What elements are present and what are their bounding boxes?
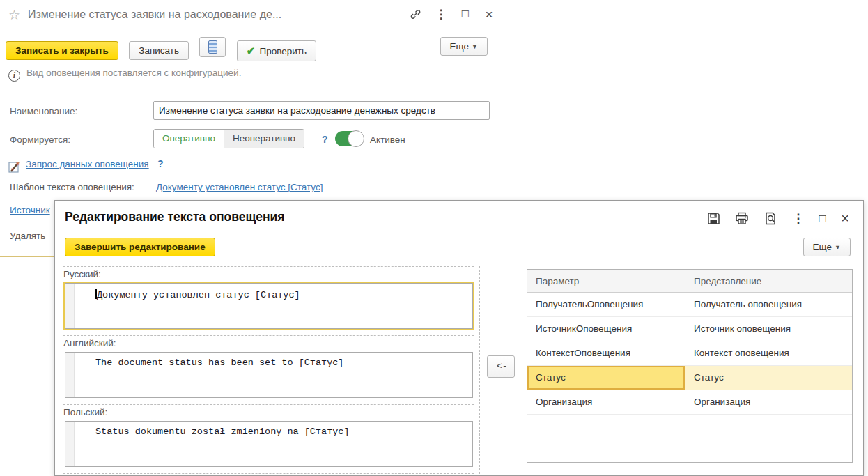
finish-editing-button[interactable]: Завершить редактирование xyxy=(65,238,215,256)
table-row[interactable]: КонтекстОповещения Контекст оповещения xyxy=(527,341,852,366)
table-row[interactable]: ПолучательОповещения Получатель оповещен… xyxy=(527,293,852,317)
dialog-close-icon[interactable]: × xyxy=(841,210,849,227)
dialog-maximize-icon[interactable]: □ xyxy=(819,212,826,226)
chevron-down-icon: ▼ xyxy=(835,244,841,251)
russian-text-editor[interactable]: Документу установлен статус [Статус] xyxy=(65,283,473,329)
template-label: Шаблон текста оповещения: xyxy=(10,182,134,192)
svg-text:✳: ✳ xyxy=(10,167,14,171)
save-button[interactable]: Записать xyxy=(129,41,189,60)
dialog-titlebar-icons: ⋮ □ × xyxy=(695,210,849,227)
info-banner: iВид оповещения поставляется с конфигура… xyxy=(8,68,241,82)
dialog-title: Редактирование текста оповещения xyxy=(65,210,284,224)
check-icon: ✔ xyxy=(247,45,256,56)
table-row-selected[interactable]: Статус Статус xyxy=(527,366,852,390)
english-text-editor[interactable]: The document status has been set to [Ста… xyxy=(65,352,473,398)
russian-label: Русский: xyxy=(63,269,474,282)
template-link[interactable]: Документу установлен статус [Статус] xyxy=(156,182,323,192)
check-button[interactable]: ✔Проверить xyxy=(237,40,316,61)
query-data-link[interactable]: Запрос данных оповещения xyxy=(26,159,149,169)
preview-icon[interactable] xyxy=(764,212,777,225)
maximize-icon[interactable]: □ xyxy=(457,7,474,21)
insert-parameter-button[interactable]: <- xyxy=(487,355,515,378)
copy-link-icon[interactable] xyxy=(407,7,424,21)
english-label: Английский: xyxy=(63,338,474,351)
dialog-more-menu-icon[interactable]: ⋮ xyxy=(792,211,804,226)
table-header: Параметр Представление xyxy=(527,270,852,293)
name-input[interactable] xyxy=(153,101,490,120)
edit-notification-text-window: Редактирование текста оповещения ⋮ □ × З… xyxy=(54,200,864,476)
chevron-down-icon: ▼ xyxy=(472,43,478,50)
query-help-link[interactable]: ? xyxy=(157,158,164,169)
table-row[interactable]: Организация Организация xyxy=(527,390,852,415)
polish-group: Польский: Status dokumentu został zmieni… xyxy=(63,404,474,474)
formed-help-link[interactable]: ? xyxy=(322,134,328,145)
table-row[interactable]: ИсточникОповещения Источник оповещения xyxy=(527,317,852,341)
toggle-knob xyxy=(348,130,364,147)
operative-option[interactable]: Оперативно xyxy=(154,130,224,148)
russian-group: Русский: Документу установлен статус [Ст… xyxy=(63,266,474,329)
parameters-table: Параметр Представление ПолучательОповеще… xyxy=(527,269,853,463)
column-header-presentation[interactable]: Представление xyxy=(685,270,852,292)
editor-gutter xyxy=(65,422,75,466)
name-label: Наименование: xyxy=(10,106,77,116)
language-editors-pane: Русский: Документу установлен статус [Ст… xyxy=(63,266,480,474)
report-icon xyxy=(208,40,217,54)
english-group: Английский: The document status has been… xyxy=(63,335,474,398)
formed-label: Формируется: xyxy=(10,135,70,145)
active-toggle[interactable] xyxy=(335,131,363,146)
polish-text-editor[interactable]: Status dokumentu został zmieniony na [Ст… xyxy=(65,421,473,467)
delete-label: Удалять xyxy=(10,231,45,241)
editor-gutter xyxy=(65,353,75,397)
source-link[interactable]: Источник xyxy=(10,205,50,215)
column-header-parameter[interactable]: Параметр xyxy=(527,270,685,292)
save-and-close-button[interactable]: Записать и закрыть xyxy=(6,41,118,60)
print-icon[interactable] xyxy=(735,212,749,225)
toolbar: Записать и закрыть Записать ✔Проверить xyxy=(6,37,324,61)
report-structure-button[interactable] xyxy=(199,37,226,57)
favorite-star-icon[interactable]: ☆ xyxy=(8,7,20,23)
non-operative-option[interactable]: Неоперативно xyxy=(224,130,304,148)
polish-label: Польский: xyxy=(63,407,474,420)
svg-text:✳: ✳ xyxy=(15,161,20,167)
close-icon[interactable]: × xyxy=(481,7,497,22)
active-label: Активен xyxy=(370,135,405,145)
more-menu-icon[interactable]: ⋮ xyxy=(433,7,449,22)
save-icon[interactable] xyxy=(707,212,720,225)
formed-switch: Оперативно Неоперативно xyxy=(153,129,304,148)
info-icon: i xyxy=(8,70,20,82)
window-title: Изменение статуса заявки на расходование… xyxy=(28,8,281,21)
editor-gutter xyxy=(65,284,75,328)
more-button[interactable]: Еще▼ xyxy=(440,37,488,56)
dialog-more-button[interactable]: Еще▼ xyxy=(803,238,851,256)
query-wand-icon: ✳✳ xyxy=(8,160,21,173)
